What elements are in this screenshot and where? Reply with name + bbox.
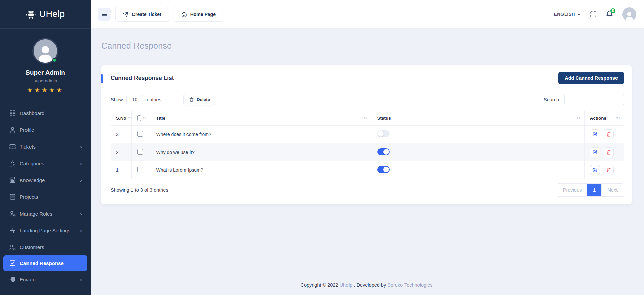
delete-selected-button[interactable]: Delete [183,94,216,105]
search-input[interactable] [564,94,624,105]
column-header-select-all[interactable]: ↑↓ [131,111,151,125]
sort-icon: ↑↓ [142,116,147,120]
title-cell: Where does it come from? [151,125,372,143]
rating-stars: ★★★★★ [27,86,64,94]
brand-logo[interactable]: UHelp [0,0,91,29]
sidebar-item-label: Envato [20,277,36,282]
chevron-down-icon [577,12,581,16]
spruko-link[interactable]: Spruko Technologies [387,282,432,288]
sidebar-item-label: Canned Response [20,260,64,266]
home-icon [181,11,187,17]
sidebar: UHelp Super Admin superadmin ★★★★★ Dashb… [0,0,91,295]
table-row: 3 Where does it come from? [111,125,624,143]
delete-button[interactable] [604,165,614,175]
edit-button[interactable] [590,165,600,175]
sidebar-item-label: Tickets [20,144,36,150]
entries-label: entries [147,97,161,102]
sidebar-item-knowledge[interactable]: Knowledge › [0,172,91,188]
sidebar-item-landing-page-settings[interactable]: Landing Page Settings › [0,222,91,239]
status-toggle-on[interactable] [377,166,390,173]
sidebar-item-profile[interactable]: Profile [0,121,91,138]
edit-button[interactable] [590,147,600,157]
chevron-right-icon: › [80,277,82,282]
sidebar-item-customers[interactable]: Customers [0,239,91,255]
canned-response-card: Canned Response List Add Canned Response… [101,65,632,204]
sidebar-toggle-button[interactable] [98,8,111,21]
pagination-previous-button[interactable]: Previous [557,184,587,196]
sidebar-item-categories[interactable]: Categories › [0,155,91,172]
add-canned-response-button[interactable]: Add Canned Response [558,72,624,84]
pagination-next-button[interactable]: Next [601,184,624,196]
delete-button[interactable] [604,147,614,157]
uhelp-link[interactable]: Uhelp [340,282,353,288]
table-header-row: S.No↑↓ ↑↓ Title↑↓ Status↑↓ Actions↑↓ [111,111,624,125]
sno-cell: 3 [111,125,131,143]
sidebar-item-dashboard[interactable]: Dashboard [0,105,91,121]
chevron-right-icon: › [80,211,82,217]
notifications-button[interactable]: 5 [606,10,613,18]
trash-icon [189,97,194,102]
person-icon [9,126,16,133]
row-checkbox[interactable] [137,149,143,155]
sidebar-item-label: Landing Page Settings [20,228,70,233]
language-label: ENGLISH [554,12,575,17]
table-info-text: Showing 1 to 3 of 3 entries [111,187,168,193]
column-header-actions[interactable]: Actions↑↓ [584,111,624,125]
leaf-icon [9,276,16,283]
document-icon [9,193,16,200]
sidebar-item-tickets[interactable]: Tickets › [0,138,91,155]
hamburger-icon [101,11,108,18]
column-header-title[interactable]: Title↑↓ [151,111,372,125]
brand-name: UHelp [39,9,65,19]
sidebar-item-canned-response[interactable]: Canned Response [3,255,87,271]
shapes-icon [9,160,16,167]
table-wrap: S.No↑↓ ↑↓ Title↑↓ Status↑↓ Actions↑↓ 3 W… [101,111,632,179]
column-header-sno[interactable]: S.No↑↓ [111,111,131,125]
copyright-footer: Copyright © 2022 Uhelp . Developed by Sp… [101,276,632,295]
trash-icon [606,150,611,155]
home-page-label: Home Page [190,12,216,17]
canned-response-table: S.No↑↓ ↑↓ Title↑↓ Status↑↓ Actions↑↓ 3 W… [111,111,624,179]
edit-button[interactable] [590,129,600,139]
chevron-right-icon: › [80,161,82,166]
row-checkbox[interactable] [137,131,143,137]
card-accent-bar [101,74,103,83]
sort-icon: ↑↓ [615,116,620,120]
main-area: Create Ticket Home Page ENGLISH 5 Canned… [91,0,644,295]
sidebar-item-manage-roles[interactable]: Manage Roles › [0,205,91,222]
card-header: Canned Response List Add Canned Response [101,65,632,91]
row-checkbox[interactable] [137,167,143,172]
note-plus-icon [9,177,16,184]
sort-icon: ↑↓ [363,116,368,120]
sno-cell: 2 [111,143,131,161]
sort-icon: ↑↓ [128,116,132,120]
developed-by-text: . Developed by [352,282,387,288]
user-avatar[interactable] [622,7,636,21]
users-icon [9,244,16,251]
profile-summary: Super Admin superadmin ★★★★★ [0,29,91,102]
dashboard-icon [9,110,16,117]
column-header-status[interactable]: Status↑↓ [372,111,584,125]
user-name: Super Admin [25,69,65,76]
page-length-input[interactable] [126,95,143,104]
chevron-right-icon: › [80,144,82,150]
status-toggle-off[interactable] [377,130,390,137]
status-toggle-on[interactable] [377,148,390,155]
sort-icon: ↑↓ [576,116,580,120]
sidebar-item-projects[interactable]: Projects [0,188,91,205]
table-row: 2 Why do we use it? [111,143,624,161]
edit-pencil-icon [592,167,598,173]
avatar[interactable] [32,38,58,64]
language-selector[interactable]: ENGLISH [554,12,581,17]
check-square-icon [9,260,16,267]
create-ticket-button[interactable]: Create Ticket [115,7,169,22]
edit-pencil-icon [592,150,598,155]
delete-button[interactable] [604,129,614,139]
sidebar-item-envato[interactable]: Envato › [0,271,91,288]
copyright-text: Copyright © 2022 [300,282,339,288]
pagination-page-1-button[interactable]: 1 [587,184,601,196]
fullscreen-button[interactable] [590,11,597,18]
title-cell: What is Lorem Ipsum? [151,161,372,179]
select-all-checkbox[interactable] [137,115,141,121]
home-page-button[interactable]: Home Page [174,7,223,22]
